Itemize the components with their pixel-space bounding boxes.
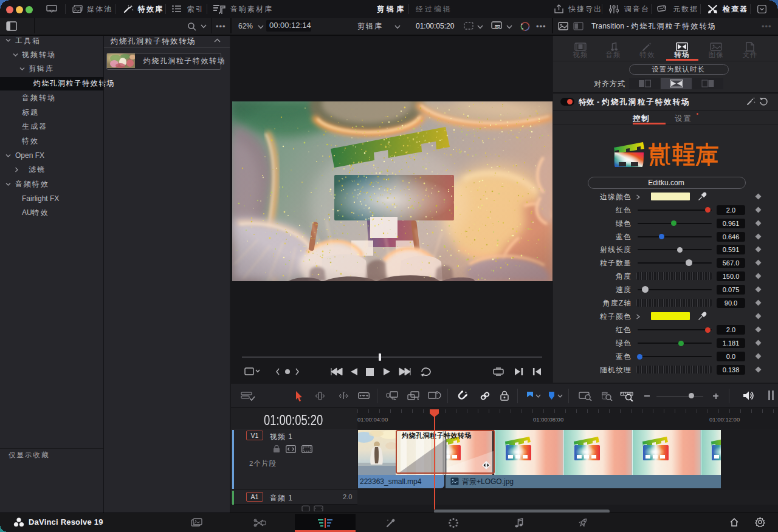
svg-text:HQ: HQ: [495, 26, 500, 29]
